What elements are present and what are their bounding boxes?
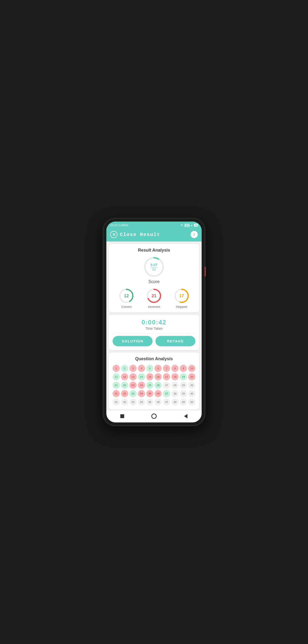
phone-screen: 10:19 | 0.0KB/s ⊕ ▐▐▐ ▲ 86 ✕ Close Resul… (106, 222, 202, 422)
nav-home-button[interactable] (151, 413, 157, 420)
question-item-19[interactable]: 19 (180, 373, 187, 380)
question-item-6[interactable]: 6 (155, 365, 162, 372)
question-item-43[interactable]: 43 (129, 398, 137, 406)
stop-icon (120, 414, 124, 418)
question-item-13[interactable]: 13 (129, 373, 137, 380)
question-analysis-title: Question Analysis (113, 356, 195, 362)
status-time: 10:19 | 0.0KB/s (110, 224, 128, 226)
skipped-stat: 17 Skipped (174, 288, 189, 308)
question-item-10[interactable]: 10 (188, 365, 195, 372)
header-title: Close Result (120, 232, 160, 238)
correct-circle: 12 (119, 288, 134, 304)
power-button (205, 267, 206, 276)
question-item-1[interactable]: 1 (113, 365, 120, 372)
question-analysis-card: Question Analysis 1234567891011121314151… (109, 352, 199, 410)
score-label: Score (148, 279, 160, 284)
question-item-30[interactable]: 30 (188, 382, 195, 389)
battery-indicator: 86 (194, 224, 198, 226)
scroll-content: Result Analysis 5.07 50 (106, 242, 202, 410)
question-item-33[interactable]: 33 (129, 390, 137, 397)
divider (113, 333, 195, 334)
question-item-9[interactable]: 9 (180, 365, 187, 372)
question-item-20[interactable]: 20 (188, 373, 195, 380)
question-item-35[interactable]: 35 (146, 390, 153, 397)
question-item-47[interactable]: 47 (163, 398, 170, 406)
question-item-28[interactable]: 28 (171, 382, 179, 389)
close-button[interactable]: ✕ (110, 231, 117, 238)
question-item-32[interactable]: 32 (121, 390, 128, 397)
incorrect-value: 21 (151, 294, 157, 298)
skipped-label: Skipped (176, 305, 187, 308)
question-item-34[interactable]: 34 (138, 390, 145, 397)
question-item-25[interactable]: 25 (146, 382, 153, 389)
question-item-37[interactable]: 37 (163, 390, 170, 397)
question-item-21[interactable]: 21 (113, 382, 120, 389)
nav-bar (106, 410, 202, 422)
question-item-7[interactable]: 7 (163, 365, 170, 372)
question-item-15[interactable]: 15 (146, 373, 153, 380)
header-left: ✕ Close Result (110, 231, 160, 238)
question-item-5[interactable]: 5 (146, 365, 153, 372)
score-text: 5.07 50 (150, 263, 157, 271)
action-buttons: SOLUTION RETAKE (113, 336, 195, 346)
time-actions-card: 0:00:42 Time Taken SOLUTION RETAKE (109, 315, 199, 350)
retake-button[interactable]: RETAKE (156, 336, 195, 346)
question-item-12[interactable]: 12 (121, 373, 128, 380)
question-item-50[interactable]: 50 (188, 398, 195, 406)
correct-label: Correct (121, 305, 132, 308)
question-item-11[interactable]: 11 (113, 373, 120, 380)
wifi-icon: ▲ (190, 224, 193, 226)
score-denominator: 50 (150, 268, 157, 271)
score-circle: 5.07 50 (143, 256, 165, 278)
question-item-40[interactable]: 40 (188, 390, 195, 397)
solution-button[interactable]: SOLUTION (113, 336, 152, 346)
question-item-45[interactable]: 45 (146, 398, 153, 406)
question-item-23[interactable]: 23 (129, 382, 137, 389)
question-item-49[interactable]: 49 (180, 398, 187, 406)
question-item-16[interactable]: 16 (155, 373, 162, 380)
question-item-29[interactable]: 29 (180, 382, 187, 389)
question-item-22[interactable]: 22 (121, 382, 128, 389)
nav-back-button[interactable] (119, 413, 126, 420)
phone-frame: 10:19 | 0.0KB/s ⊕ ▐▐▐ ▲ 86 ✕ Close Resul… (103, 219, 205, 425)
question-item-36[interactable]: 36 (155, 390, 162, 397)
question-item-31[interactable]: 31 (113, 390, 120, 397)
question-item-27[interactable]: 27 (163, 382, 170, 389)
signal-icon: ▐▐▐ (184, 224, 189, 226)
question-item-44[interactable]: 44 (138, 398, 145, 406)
correct-stat: 12 Correct (119, 288, 134, 308)
correct-value: 12 (124, 294, 129, 298)
question-item-18[interactable]: 18 (171, 373, 179, 380)
incorrect-label: Incorrect (148, 305, 160, 308)
question-item-39[interactable]: 39 (180, 390, 187, 397)
nav-recent-button[interactable] (182, 413, 189, 420)
score-numerator: 5.07 (150, 263, 157, 267)
question-item-2[interactable]: 2 (121, 365, 128, 372)
status-icons: ⊕ ▐▐▐ ▲ 86 (181, 224, 198, 226)
status-bar: 10:19 | 0.0KB/s ⊕ ▐▐▐ ▲ 86 (106, 222, 202, 228)
question-item-17[interactable]: 17 (163, 373, 170, 380)
question-item-26[interactable]: 26 (155, 382, 162, 389)
question-item-3[interactable]: 3 (129, 365, 137, 372)
question-item-42[interactable]: 42 (121, 398, 128, 406)
incorrect-circle: 21 (146, 288, 162, 304)
question-grid: 1234567891011121314151617181920212223242… (113, 365, 195, 406)
skipped-circle: 17 (174, 288, 189, 304)
time-value: 0:00:42 (113, 319, 195, 326)
question-item-24[interactable]: 24 (138, 382, 145, 389)
question-item-14[interactable]: 14 (138, 373, 145, 380)
incorrect-stat: 21 Incorrect (146, 288, 162, 308)
stats-row: 12 Correct 21 Incorrect (113, 288, 195, 308)
question-item-38[interactable]: 38 (171, 390, 179, 397)
question-item-4[interactable]: 4 (138, 365, 145, 372)
question-item-41[interactable]: 41 (113, 398, 120, 406)
home-icon (151, 414, 157, 419)
back-icon (184, 414, 188, 418)
skipped-value: 17 (179, 294, 184, 298)
header: ✕ Close Result i (106, 228, 202, 242)
question-item-48[interactable]: 48 (171, 398, 179, 406)
question-item-46[interactable]: 46 (155, 398, 162, 406)
question-item-8[interactable]: 8 (171, 365, 179, 372)
info-button[interactable]: i (191, 231, 198, 238)
bluetooth-icon: ⊕ (181, 224, 183, 226)
